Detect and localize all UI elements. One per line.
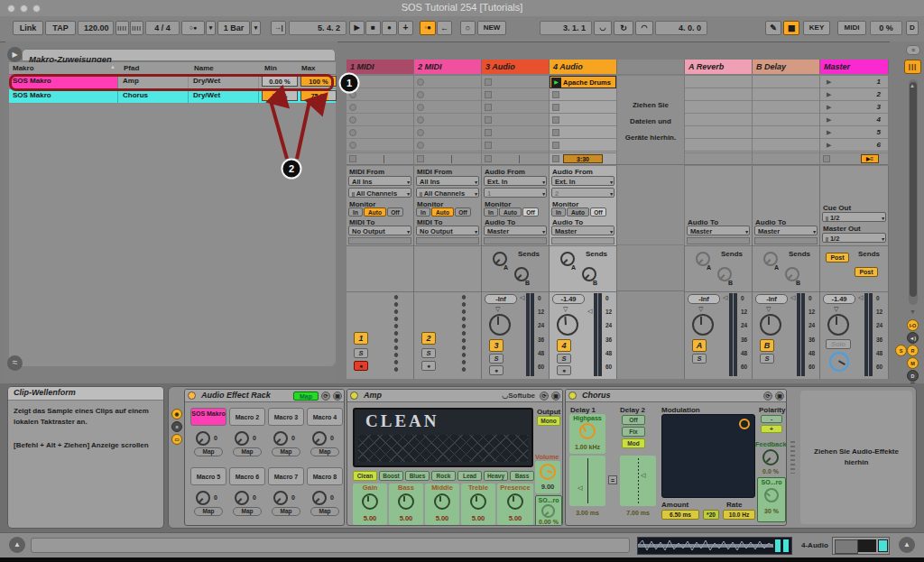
macro-name[interactable]: Macro 5	[190, 467, 226, 485]
clip-slot[interactable]	[346, 101, 413, 114]
volume-knob[interactable]	[489, 314, 511, 336]
row1-makro-cell[interactable]: SOS Makro	[9, 75, 118, 88]
stop-row-2midi[interactable]	[414, 153, 482, 165]
monitor-auto-button[interactable]: Auto	[567, 207, 589, 217]
track-header-3audio[interactable]: 3 Audio	[482, 60, 550, 74]
macro-knob[interactable]	[312, 431, 327, 446]
volume-display[interactable]: -Inf	[755, 294, 788, 304]
time-signature-display[interactable]: 4 / 4	[145, 21, 180, 35]
master-solo-button[interactable]: Solo	[826, 339, 851, 349]
draw-mode-button[interactable]: ✎	[765, 21, 781, 35]
macro-knob[interactable]	[235, 491, 249, 505]
delay-link-button[interactable]: =	[608, 475, 617, 484]
master-out-chooser[interactable]: || 1/2▾	[822, 233, 886, 243]
scene-play-icon[interactable]: ▶	[827, 76, 831, 88]
scene-slot[interactable]: ▶6	[820, 139, 888, 152]
polarity-plus-button[interactable]: +	[761, 425, 782, 433]
solo-button[interactable]: S	[489, 354, 504, 364]
key-map-button[interactable]: KEY	[803, 21, 830, 35]
amp-presence-knob[interactable]	[507, 493, 523, 510]
save-preset-icon[interactable]: ▣	[775, 392, 784, 401]
macro-knob[interactable]	[312, 491, 327, 505]
amp-treble-knob[interactable]	[470, 493, 486, 510]
rate-value[interactable]: 10.0 Hz	[723, 510, 755, 520]
output-type-chooser[interactable]: No Output▾	[348, 226, 411, 235]
clip-slot[interactable]	[414, 114, 481, 126]
stop-all-clips-icon[interactable]	[552, 155, 559, 162]
col-min[interactable]: Min	[264, 64, 277, 73]
scene-slot[interactable]: ▶2	[820, 88, 888, 101]
col-makro[interactable]: Makro	[13, 64, 34, 73]
delay2-fix-button[interactable]: Fix	[622, 427, 645, 437]
clip-slot[interactable]	[414, 139, 481, 152]
amp-title[interactable]: Amp ◡Softube ⟳ ▣	[347, 390, 562, 402]
input-type-chooser[interactable]: All Ins▾	[348, 176, 411, 186]
output-type-chooser[interactable]: Master▾	[687, 226, 750, 235]
track-header-master[interactable]: Master	[820, 60, 889, 74]
stop-row-master[interactable]: ▶≡	[820, 153, 889, 165]
show-track-delay-toggle[interactable]: D	[907, 370, 919, 382]
arm-button[interactable]: ●	[421, 361, 436, 371]
loop-button[interactable]: ↻	[614, 21, 633, 35]
clip-apache-drums[interactable]: ▶ Apache Drums	[550, 76, 616, 88]
show-returns-toggle[interactable]: R	[907, 345, 919, 356]
clip-slot[interactable]	[482, 88, 549, 101]
scene-play-icon[interactable]: ▶	[827, 139, 831, 152]
solo-button[interactable]: S	[557, 354, 571, 364]
volume-knob[interactable]	[760, 314, 781, 336]
clip-slot[interactable]	[482, 76, 549, 88]
macro-name[interactable]: Macro 8	[307, 467, 343, 485]
tempo-display[interactable]: 120.00	[78, 21, 114, 35]
input-type-chooser[interactable]: All Ins▾	[416, 176, 479, 186]
stop-all-clips-icon[interactable]	[417, 155, 424, 162]
row1-max-value[interactable]: 100 %	[300, 76, 337, 87]
track-activator-4[interactable]: 4	[557, 339, 571, 352]
stop-all-scenes-button[interactable]: ▶≡	[861, 154, 879, 163]
col-name[interactable]: Name	[194, 64, 214, 73]
new-button[interactable]: NEW	[477, 21, 506, 35]
monitor-off-button[interactable]: Off	[455, 207, 471, 217]
stop-all-clips-icon[interactable]	[349, 155, 356, 162]
monitor-auto-button[interactable]: Auto	[431, 207, 454, 217]
track-header-4audio[interactable]: 4 Audio	[550, 60, 617, 74]
device-activator[interactable]	[188, 392, 196, 400]
macro-map-button[interactable]: Map	[310, 447, 339, 456]
computer-midi-keyboard-button[interactable]: ▦	[783, 21, 799, 35]
stop-row-3audio[interactable]	[482, 153, 550, 165]
stop-all-clips-icon[interactable]	[485, 155, 492, 162]
track-header-1midi[interactable]: 1 MIDI	[346, 60, 414, 74]
amp-mode-bass[interactable]: Bass	[510, 471, 534, 481]
delay2-off-button[interactable]: Off	[622, 415, 645, 425]
traffic-light-minimize-icon[interactable]	[20, 5, 28, 13]
punch-out-button[interactable]: ◠	[635, 21, 653, 35]
clip-slot[interactable]	[346, 139, 413, 152]
row2-min-value[interactable]: 30 %	[262, 90, 298, 101]
input-channel-chooser[interactable]: || All Channels▾	[348, 188, 411, 198]
input-channel-chooser[interactable]: || All Channels▾	[416, 188, 479, 198]
clip-play-icon[interactable]: ▶	[551, 78, 561, 88]
rack-show-devices-toggle[interactable]: ▭	[171, 434, 182, 445]
clip-slot[interactable]	[414, 101, 481, 114]
track-header-2midi[interactable]: 2 MIDI	[414, 60, 482, 74]
modulation-xy-pad[interactable]	[661, 414, 755, 498]
play-button[interactable]: ▶	[349, 21, 365, 35]
track-activator-1[interactable]: 1	[354, 332, 368, 345]
punch-in-button[interactable]: ◡	[594, 21, 612, 35]
rack-show-macros-toggle[interactable]: ◉	[171, 409, 182, 419]
amp-mode-rock[interactable]: Rock	[431, 471, 456, 481]
chorus-drywet-knob[interactable]	[764, 488, 779, 502]
send-a-post-button[interactable]: Post	[826, 253, 849, 263]
clip-slot[interactable]	[346, 126, 413, 139]
scene-slot[interactable]: ▶5	[820, 126, 888, 139]
browser-toggle-button[interactable]: ▶	[7, 47, 23, 62]
save-preset-icon[interactable]: ▣	[333, 392, 342, 401]
reenable-automation-button[interactable]: ←	[437, 21, 452, 35]
arm-button[interactable]: ●	[557, 365, 571, 375]
macro-map-button[interactable]: Map	[233, 507, 262, 516]
scene-play-icon[interactable]: ▶	[827, 88, 831, 101]
monitor-in-button[interactable]: In	[416, 207, 430, 217]
show-mixer-toggle[interactable]: M	[907, 357, 919, 369]
input-channel-chooser[interactable]: 2▾	[551, 188, 614, 198]
amp-middle-knob[interactable]	[434, 493, 450, 510]
clip-slot[interactable]	[482, 139, 549, 152]
